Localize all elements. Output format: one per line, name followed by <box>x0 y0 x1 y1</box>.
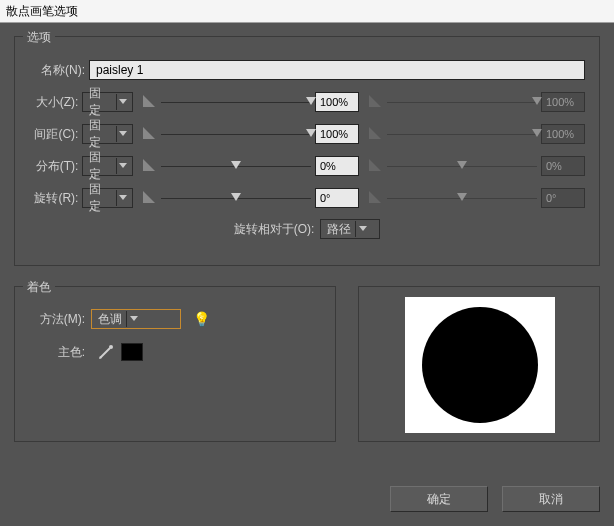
name-label: 名称(N): <box>29 62 85 79</box>
size-value-a[interactable]: 100% <box>315 92 359 112</box>
rotation-slider-b-unit: 0° <box>369 188 585 208</box>
name-row: 名称(N): <box>29 59 585 81</box>
size-slider-b-unit: 100% <box>369 92 585 112</box>
svg-marker-7 <box>143 159 155 171</box>
rotation-row: 旋转(R): 固定 0° 0° <box>29 187 585 209</box>
rotation-slider-a-unit: 0° <box>143 188 359 208</box>
window-title: 散点画笔选项 <box>6 4 78 18</box>
eyedropper-icon[interactable] <box>97 343 115 361</box>
dialog-content: 选项 名称(N): 大小(Z): 固定 100% <box>14 36 600 512</box>
rotation-mode-select[interactable]: 固定 <box>82 188 133 208</box>
method-row: 方法(M): 色调 💡 <box>29 309 321 329</box>
svg-marker-6 <box>119 163 127 168</box>
rotate-relative-label: 旋转相对于(O): <box>234 221 315 238</box>
flip-icon <box>143 95 157 109</box>
size-mode-select[interactable]: 固定 <box>82 92 133 112</box>
scatter-slider-b-unit: 0% <box>369 156 585 176</box>
spacing-mode-value: 固定 <box>89 117 111 151</box>
flip-icon <box>369 159 383 173</box>
svg-marker-0 <box>119 99 127 104</box>
svg-marker-9 <box>119 195 127 200</box>
method-value: 色调 <box>98 311 122 328</box>
spacing-row: 间距(C): 固定 100% 100% <box>29 123 585 145</box>
svg-line-14 <box>100 348 110 358</box>
scatter-slider-a[interactable] <box>161 159 311 173</box>
svg-marker-1 <box>143 95 155 107</box>
chevron-down-icon <box>116 158 130 174</box>
svg-marker-5 <box>369 127 381 139</box>
rotation-value-a[interactable]: 0° <box>315 188 359 208</box>
scatter-slider-b <box>387 159 537 173</box>
svg-marker-3 <box>119 131 127 136</box>
scatter-label: 分布(T): <box>29 158 78 175</box>
flip-icon <box>369 191 383 205</box>
size-row: 大小(Z): 固定 100% 100% <box>29 91 585 113</box>
preview-shape <box>422 307 538 423</box>
dialog-window: 散点画笔选项 选项 名称(N): 大小(Z): 固定 100% <box>0 0 614 526</box>
flip-icon <box>143 159 157 173</box>
rotation-label: 旋转(R): <box>29 190 78 207</box>
spacing-value-b: 100% <box>541 124 585 144</box>
rotation-mode-value: 固定 <box>89 181 111 215</box>
size-slider-b <box>387 95 537 109</box>
chevron-down-icon <box>126 311 141 327</box>
preview-canvas <box>405 297 555 433</box>
rotate-relative-value: 路径 <box>327 221 351 238</box>
options-legend: 选项 <box>23 29 55 46</box>
chevron-down-icon <box>116 94 130 110</box>
rotation-value-b: 0° <box>541 188 585 208</box>
spacing-label: 间距(C): <box>29 126 78 143</box>
scatter-mode-value: 固定 <box>89 149 111 183</box>
size-slider-a[interactable] <box>161 95 311 109</box>
rotation-slider-b <box>387 191 537 205</box>
tip-icon[interactable]: 💡 <box>193 311 210 327</box>
options-group: 选项 名称(N): 大小(Z): 固定 100% <box>14 36 600 266</box>
cancel-button-label: 取消 <box>539 491 563 508</box>
spacing-slider-b <box>387 127 537 141</box>
spacing-slider-b-unit: 100% <box>369 124 585 144</box>
ok-button[interactable]: 确定 <box>390 486 488 512</box>
svg-marker-4 <box>143 127 155 139</box>
chevron-down-icon <box>116 126 130 142</box>
key-color-label: 主色: <box>29 344 85 361</box>
flip-icon <box>143 191 157 205</box>
scatter-value-b: 0% <box>541 156 585 176</box>
method-label: 方法(M): <box>29 311 85 328</box>
key-color-row: 主色: <box>29 343 321 361</box>
svg-marker-10 <box>143 191 155 203</box>
flip-icon <box>143 127 157 141</box>
rotation-slider-a[interactable] <box>161 191 311 205</box>
cancel-button[interactable]: 取消 <box>502 486 600 512</box>
flip-icon <box>369 95 383 109</box>
svg-marker-13 <box>130 316 138 321</box>
rotate-relative-row: 旋转相对于(O): 路径 <box>29 219 585 239</box>
size-mode-value: 固定 <box>89 85 111 119</box>
scatter-row: 分布(T): 固定 0% 0% <box>29 155 585 177</box>
rotate-relative-select[interactable]: 路径 <box>320 219 380 239</box>
svg-marker-11 <box>369 191 381 203</box>
svg-marker-8 <box>369 159 381 171</box>
scatter-slider-a-unit: 0% <box>143 156 359 176</box>
ok-button-label: 确定 <box>427 491 451 508</box>
title-bar: 散点画笔选项 <box>0 0 614 23</box>
shading-group: 着色 方法(M): 色调 💡 主色: <box>14 286 336 442</box>
preview-group <box>358 286 600 442</box>
size-value-b: 100% <box>541 92 585 112</box>
chevron-down-icon <box>355 221 370 237</box>
spacing-slider-a[interactable] <box>161 127 311 141</box>
scatter-value-a[interactable]: 0% <box>315 156 359 176</box>
spacing-slider-a-unit: 100% <box>143 124 359 144</box>
shading-legend: 着色 <box>23 279 55 296</box>
size-label: 大小(Z): <box>29 94 78 111</box>
key-color-swatch[interactable] <box>121 343 143 361</box>
svg-marker-2 <box>369 95 381 107</box>
scatter-mode-select[interactable]: 固定 <box>82 156 133 176</box>
spacing-value-a[interactable]: 100% <box>315 124 359 144</box>
chevron-down-icon <box>116 190 130 206</box>
method-select[interactable]: 色调 <box>91 309 181 329</box>
size-slider-a-unit: 100% <box>143 92 359 112</box>
spacing-mode-select[interactable]: 固定 <box>82 124 133 144</box>
flip-icon <box>369 127 383 141</box>
svg-marker-12 <box>359 226 367 231</box>
name-input[interactable] <box>89 60 585 80</box>
